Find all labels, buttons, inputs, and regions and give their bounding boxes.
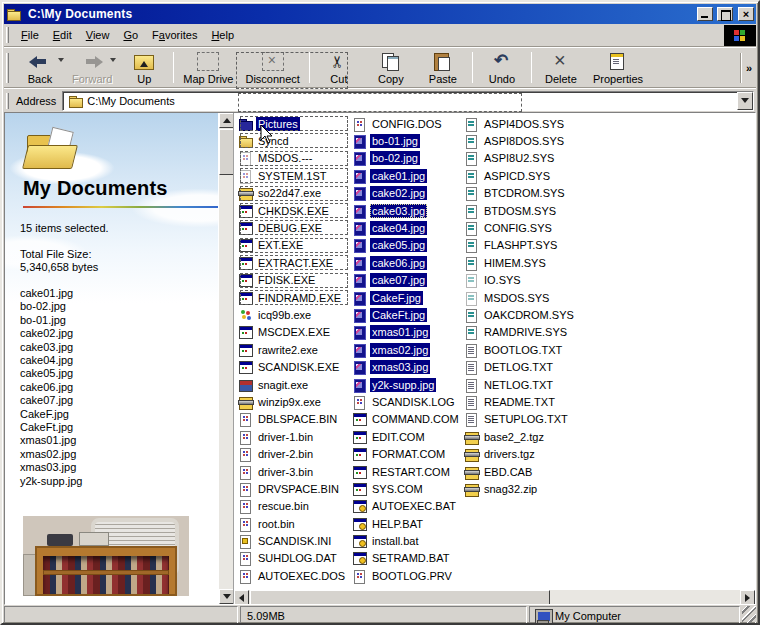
file-findramd.exe[interactable]: FINDRAMD.EXE <box>238 289 352 306</box>
file-xmas03.jpg[interactable]: xmas03.jpg <box>352 358 464 375</box>
menu-go[interactable]: Go <box>116 27 145 43</box>
cut-button[interactable]: Cut <box>313 49 365 86</box>
file-scandisk.log[interactable]: SCANDISK.LOG <box>352 393 464 410</box>
scroll-left-icon[interactable] <box>234 590 249 604</box>
scroll-down-icon[interactable] <box>219 589 234 604</box>
file-sys.com[interactable]: SYS.COM <box>352 480 464 497</box>
forward-button[interactable]: Forward <box>66 49 118 86</box>
title-bar[interactable]: C:\My Documents × <box>4 4 756 24</box>
menu-grip[interactable] <box>6 27 9 43</box>
file-driver-1.bin[interactable]: driver-1.bin <box>238 428 352 445</box>
menu-favorites[interactable]: Favorites <box>145 27 204 43</box>
file-bootlog.txt[interactable]: BOOTLOG.TXT <box>464 341 604 358</box>
file-restart.com[interactable]: RESTART.COM <box>352 463 464 480</box>
file-drvspace.bin[interactable]: DRVSPACE.BIN <box>238 480 352 497</box>
menu-help[interactable]: Help <box>204 27 241 43</box>
file-msdos.---[interactable]: MSDOS.--- <box>238 150 352 167</box>
address-dropdown-button[interactable] <box>737 92 753 110</box>
file-bo-02.jpg[interactable]: bo-02.jpg <box>352 150 464 167</box>
file-cake07.jpg[interactable]: cake07.jpg <box>352 272 464 289</box>
file-aspi8u2.sys[interactable]: ASPI8U2.SYS <box>464 150 604 167</box>
up-button[interactable]: Up <box>118 49 170 86</box>
file-rescue.bin[interactable]: rescue.bin <box>238 498 352 515</box>
delete-button[interactable]: Delete <box>535 49 587 86</box>
file-root.bin[interactable]: root.bin <box>238 515 352 532</box>
file-autoexec.dos[interactable]: AUTOEXEC.DOS <box>238 567 352 584</box>
file-chkdsk.exe[interactable]: CHKDSK.EXE <box>238 202 352 219</box>
file-btcdrom.sys[interactable]: BTCDROM.SYS <box>464 185 604 202</box>
file-rawrite2.exe[interactable]: rawrite2.exe <box>238 341 352 358</box>
file-oakcdrom.sys[interactable]: OAKCDROM.SYS <box>464 306 604 323</box>
file-cake02.jpg[interactable]: cake02.jpg <box>352 185 464 202</box>
file-flashpt.sys[interactable]: FLASHPT.SYS <box>464 237 604 254</box>
file-netlog.txt[interactable]: NETLOG.TXT <box>464 376 604 393</box>
file-drivers.tgz[interactable]: drivers.tgz <box>464 445 604 462</box>
dropdown-arrow-icon[interactable] <box>58 58 64 65</box>
file-pictures[interactable]: Pictures <box>238 115 352 132</box>
file-io.sys[interactable]: IO.SYS <box>464 272 604 289</box>
file-cakeft.jpg[interactable]: CakeFt.jpg <box>352 306 464 323</box>
file-snagit.exe[interactable]: snagit.exe <box>238 376 352 393</box>
minimize-button[interactable] <box>697 7 713 21</box>
file-autoexec.bat[interactable]: AUTOEXEC.BAT <box>352 498 464 515</box>
file-system.1st[interactable]: SYSTEM.1ST <box>238 167 352 184</box>
file-syncd[interactable]: Syncd <box>238 132 352 149</box>
file-setramd.bat[interactable]: SETRAMD.BAT <box>352 550 464 567</box>
file-driver-2.bin[interactable]: driver-2.bin <box>238 445 352 462</box>
file-cake04.jpg[interactable]: cake04.jpg <box>352 219 464 236</box>
scroll-right-icon[interactable] <box>740 590 755 604</box>
file-so22d47.exe[interactable]: so22d47.exe <box>238 185 352 202</box>
file-cake01.jpg[interactable]: cake01.jpg <box>352 167 464 184</box>
file-himem.sys[interactable]: HIMEM.SYS <box>464 254 604 271</box>
file-btdosm.sys[interactable]: BTDOSM.SYS <box>464 202 604 219</box>
maximize-button[interactable] <box>717 7 733 21</box>
file-icq99b.exe[interactable]: icq99b.exe <box>238 306 352 323</box>
file-format.com[interactable]: FORMAT.COM <box>352 445 464 462</box>
file-cake03.jpg[interactable]: cake03.jpg <box>352 202 464 219</box>
file-debug.exe[interactable]: DEBUG.EXE <box>238 219 352 236</box>
file-aspicd.sys[interactable]: ASPICD.SYS <box>464 167 604 184</box>
file-aspi8dos.sys[interactable]: ASPI8DOS.SYS <box>464 132 604 149</box>
file-cake06.jpg[interactable]: cake06.jpg <box>352 254 464 271</box>
file-scandisk.ini[interactable]: SCANDISK.INI <box>238 532 352 549</box>
file-xmas02.jpg[interactable]: xmas02.jpg <box>352 341 464 358</box>
file-help.bat[interactable]: HELP.BAT <box>352 515 464 532</box>
file-command.com[interactable]: COMMAND.COM <box>352 411 464 428</box>
paste-button[interactable]: Paste <box>417 49 469 86</box>
toolbar-grip[interactable] <box>6 53 9 83</box>
dropdown-arrow-icon[interactable] <box>110 58 116 65</box>
file-detlog.txt[interactable]: DETLOG.TXT <box>464 358 604 375</box>
file-y2k-supp.jpg[interactable]: y2k-supp.jpg <box>352 376 464 393</box>
scroll-up-icon[interactable] <box>219 113 234 128</box>
file-xmas01.jpg[interactable]: xmas01.jpg <box>352 324 464 341</box>
toolbar-overflow-chevron[interactable]: » <box>741 53 756 83</box>
resize-grip[interactable] <box>742 606 756 625</box>
file-extract.exe[interactable]: EXTRACT.EXE <box>238 254 352 271</box>
address-grip[interactable] <box>6 93 9 109</box>
file-cakef.jpg[interactable]: CakeF.jpg <box>352 289 464 306</box>
menu-file[interactable]: File <box>14 27 46 43</box>
menu-edit[interactable]: Edit <box>46 27 79 43</box>
file-ramdrive.sys[interactable]: RAMDRIVE.SYS <box>464 324 604 341</box>
file-ext.exe[interactable]: EXT.EXE <box>238 237 352 254</box>
file-config.dos[interactable]: CONFIG.DOS <box>352 115 464 132</box>
disconnect-button[interactable]: Disconnect <box>239 49 305 86</box>
file-dblspace.bin[interactable]: DBLSPACE.BIN <box>238 411 352 428</box>
file-ebd.cab[interactable]: EBD.CAB <box>464 463 604 480</box>
file-base2_2.tgz[interactable]: base2_2.tgz <box>464 428 604 445</box>
sidebar-scroll-thumb[interactable] <box>219 129 234 175</box>
file-readme.txt[interactable]: README.TXT <box>464 393 604 410</box>
file-msdos.sys[interactable]: MSDOS.SYS <box>464 289 604 306</box>
file-install.bat[interactable]: install.bat <box>352 532 464 549</box>
close-button[interactable]: × <box>738 7 754 21</box>
file-setuplog.txt[interactable]: SETUPLOG.TXT <box>464 411 604 428</box>
undo-button[interactable]: Undo <box>476 49 528 86</box>
file-driver-3.bin[interactable]: driver-3.bin <box>238 463 352 480</box>
file-list-pane[interactable]: PicturesSyncdMSDOS.---SYSTEM.1STso22d47.… <box>234 113 755 604</box>
file-fdisk.exe[interactable]: FDISK.EXE <box>238 272 352 289</box>
map-drive-button[interactable]: Map Drive <box>177 49 239 86</box>
file-aspi4dos.sys[interactable]: ASPI4DOS.SYS <box>464 115 604 132</box>
file-snag32.zip[interactable]: snag32.zip <box>464 480 604 497</box>
copy-button[interactable]: Copy <box>365 49 417 86</box>
file-cake05.jpg[interactable]: cake05.jpg <box>352 237 464 254</box>
